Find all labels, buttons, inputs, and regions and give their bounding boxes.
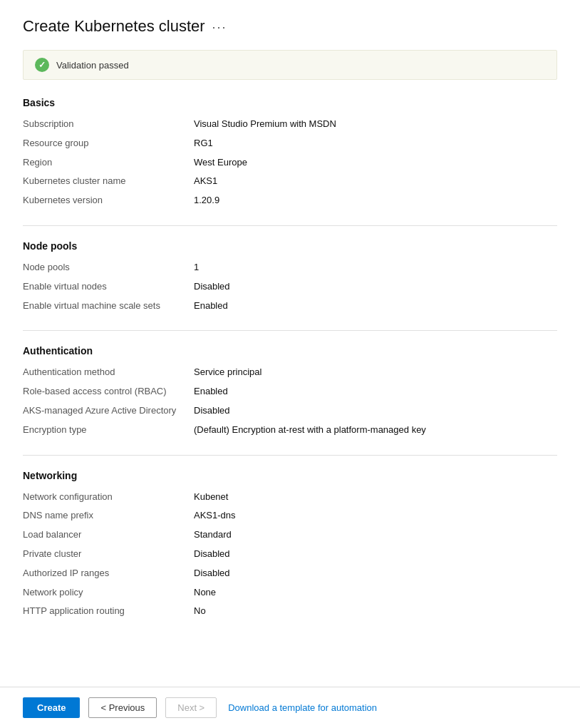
- field-value: None: [194, 585, 557, 600]
- section-authentication: AuthenticationAuthentication methodServi…: [23, 345, 557, 437]
- field-value: Kubenet: [194, 490, 557, 505]
- field-label: Region: [23, 155, 194, 170]
- download-template-link[interactable]: Download a template for automation: [228, 702, 377, 713]
- validation-banner: Validation passed: [23, 50, 557, 80]
- field-label: Enable virtual machine scale sets: [23, 299, 194, 314]
- section-title-basics: Basics: [23, 97, 557, 108]
- field-label: Private cluster: [23, 547, 194, 562]
- section-title-authentication: Authentication: [23, 345, 557, 357]
- field-value: Disabled: [194, 280, 557, 294]
- field-label: Network configuration: [23, 490, 194, 505]
- field-row: Resource groupRG1: [23, 136, 557, 151]
- field-row: DNS name prefixAKS1-dns: [23, 508, 557, 523]
- field-label: Node pools: [23, 260, 194, 275]
- section-divider: [23, 330, 557, 331]
- field-value: West Europe: [194, 155, 557, 170]
- field-row: SubscriptionVisual Studio Premium with M…: [23, 117, 557, 132]
- section-basics: BasicsSubscriptionVisual Studio Premium …: [23, 97, 557, 208]
- field-value: No: [194, 604, 557, 619]
- create-button[interactable]: Create: [23, 697, 80, 718]
- section-networking: NetworkingNetwork configurationKubenetDN…: [23, 470, 557, 620]
- sections-container: BasicsSubscriptionVisual Studio Premium …: [23, 97, 557, 619]
- validation-check-icon: [35, 58, 49, 72]
- field-value: Enabled: [194, 384, 557, 399]
- field-label: DNS name prefix: [23, 508, 194, 523]
- field-row: Enable virtual nodesDisabled: [23, 280, 557, 294]
- field-value: Enabled: [194, 299, 557, 314]
- field-value: Disabled: [194, 547, 557, 562]
- ellipsis-menu[interactable]: ···: [212, 20, 227, 35]
- field-label: Network policy: [23, 585, 194, 600]
- field-value: Service principal: [194, 365, 557, 380]
- section-title-networking: Networking: [23, 470, 557, 481]
- field-value: Visual Studio Premium with MSDN: [194, 117, 557, 132]
- footer: Create < Previous Next > Download a temp…: [0, 687, 580, 728]
- field-value: Disabled: [194, 566, 557, 581]
- field-value: 1: [194, 260, 557, 275]
- field-label: Resource group: [23, 136, 194, 151]
- field-value: (Default) Encryption at-rest with a plat…: [194, 423, 557, 438]
- field-value: Disabled: [194, 404, 557, 419]
- field-row: Authentication methodService principal: [23, 365, 557, 380]
- page-title: Create Kubernetes cluster: [23, 17, 205, 36]
- field-row: Network policyNone: [23, 585, 557, 600]
- field-value: 1.20.9: [194, 193, 557, 208]
- field-row: Role-based access control (RBAC)Enabled: [23, 384, 557, 399]
- validation-text: Validation passed: [56, 60, 129, 71]
- field-label: Kubernetes cluster name: [23, 174, 194, 189]
- field-label: HTTP application routing: [23, 604, 194, 619]
- field-value: AKS1: [194, 174, 557, 189]
- field-row: Load balancerStandard: [23, 528, 557, 543]
- field-row: Authorized IP rangesDisabled: [23, 566, 557, 581]
- field-label: Authentication method: [23, 365, 194, 380]
- field-row: Network configurationKubenet: [23, 490, 557, 505]
- field-row: Kubernetes version1.20.9: [23, 193, 557, 208]
- field-row: Kubernetes cluster nameAKS1: [23, 174, 557, 189]
- field-row: Private clusterDisabled: [23, 547, 557, 562]
- field-value: AKS1-dns: [194, 508, 557, 523]
- field-row: Encryption type(Default) Encryption at-r…: [23, 423, 557, 438]
- field-row: Enable virtual machine scale setsEnabled: [23, 299, 557, 314]
- field-label: Kubernetes version: [23, 193, 194, 208]
- field-label: Enable virtual nodes: [23, 280, 194, 294]
- field-label: Encryption type: [23, 423, 194, 438]
- field-label: AKS-managed Azure Active Directory: [23, 404, 194, 419]
- page-header: Create Kubernetes cluster ···: [23, 17, 557, 36]
- section-divider: [23, 225, 557, 226]
- section-divider: [23, 455, 557, 456]
- field-value: RG1: [194, 136, 557, 151]
- field-row: RegionWest Europe: [23, 155, 557, 170]
- field-row: AKS-managed Azure Active DirectoryDisabl…: [23, 404, 557, 419]
- field-row: Node pools1: [23, 260, 557, 275]
- previous-button[interactable]: < Previous: [88, 697, 157, 718]
- field-value: Standard: [194, 528, 557, 543]
- section-title-nodepools: Node pools: [23, 240, 557, 252]
- field-label: Authorized IP ranges: [23, 566, 194, 581]
- section-nodepools: Node poolsNode pools1Enable virtual node…: [23, 240, 557, 313]
- field-label: Role-based access control (RBAC): [23, 384, 194, 399]
- next-button[interactable]: Next >: [165, 697, 217, 718]
- field-label: Subscription: [23, 117, 194, 132]
- field-row: HTTP application routingNo: [23, 604, 557, 619]
- field-label: Load balancer: [23, 528, 194, 543]
